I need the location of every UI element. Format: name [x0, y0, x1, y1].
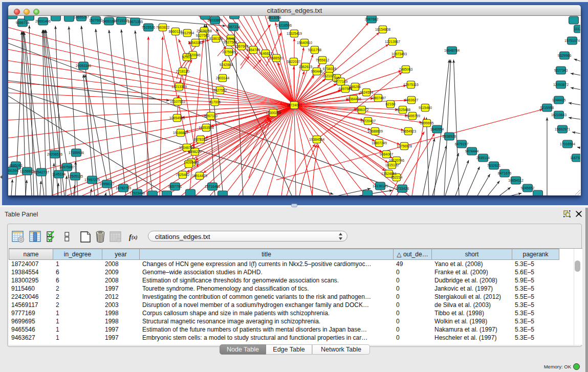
svg-text:8186328: 8186328: [209, 37, 223, 40]
svg-text:8878352: 8878352: [194, 138, 208, 141]
svg-text:11156829: 11156829: [19, 169, 34, 173]
svg-text:9311758: 9311758: [308, 48, 321, 52]
svg-text:10654985: 10654985: [169, 116, 185, 120]
svg-text:9242848: 9242848: [220, 63, 233, 67]
svg-text:62160: 62160: [386, 102, 396, 106]
svg-text:12942737: 12942737: [34, 170, 49, 174]
svg-text:2087682: 2087682: [365, 17, 379, 21]
svg-text:7632621: 7632621: [487, 164, 501, 167]
svg-text:16543382: 16543382: [188, 41, 203, 45]
svg-text:4685061: 4685061: [9, 164, 23, 167]
svg-text:5822037: 5822037: [287, 60, 301, 63]
svg-text:5498222: 5498222: [188, 150, 202, 154]
svg-text:9463627: 9463627: [405, 98, 419, 102]
svg-text:7515526: 7515526: [142, 26, 156, 29]
svg-text:13524851: 13524851: [381, 172, 397, 176]
svg-text:1362615: 1362615: [299, 65, 313, 69]
svg-text:14099489: 14099489: [184, 161, 199, 164]
svg-text:12213967: 12213967: [385, 40, 400, 43]
svg-text:1640954: 1640954: [430, 127, 444, 131]
svg-text:16107553: 16107553: [170, 100, 185, 103]
svg-text:7357224: 7357224: [227, 25, 241, 29]
svg-text:9327503: 9327503: [196, 34, 210, 37]
svg-text:92901: 92901: [182, 55, 192, 59]
svg-text:20364436: 20364436: [346, 97, 361, 101]
svg-text:12213389: 12213389: [171, 85, 187, 89]
svg-text:8471676: 8471676: [498, 171, 512, 175]
svg-text:252214: 252214: [391, 176, 403, 179]
svg-text:6479197: 6479197: [455, 142, 469, 146]
svg-text:13325419: 13325419: [287, 32, 302, 35]
svg-text:15751074: 15751074: [564, 39, 580, 42]
svg-text:12923448: 12923448: [129, 191, 145, 195]
svg-text:9055714: 9055714: [16, 21, 30, 25]
svg-text:15640910: 15640910: [297, 41, 312, 45]
svg-text:7986372: 7986372: [355, 108, 369, 112]
svg-text:14136141: 14136141: [373, 184, 388, 188]
svg-text:16120746: 16120746: [389, 159, 404, 162]
svg-text:9777169: 9777169: [334, 80, 348, 83]
svg-text:9657791: 9657791: [168, 185, 182, 188]
svg-text:9146821: 9146821: [259, 52, 273, 55]
svg-text:391594: 391594: [8, 169, 19, 172]
svg-text:16648784: 16648784: [444, 49, 460, 52]
svg-text:20053346: 20053346: [76, 64, 91, 68]
svg-text:16154808: 16154808: [375, 28, 390, 31]
svg-text:12975115: 12975115: [403, 83, 419, 86]
svg-text:1588520: 1588520: [270, 56, 284, 60]
svg-text:9245652: 9245652: [521, 186, 535, 190]
svg-text:10688609: 10688609: [367, 129, 383, 133]
svg-text:18807249: 18807249: [372, 141, 387, 145]
svg-text:9527508: 9527508: [224, 40, 237, 44]
svg-text:3375685: 3375685: [222, 50, 236, 54]
svg-text:16495759: 16495759: [405, 114, 420, 118]
svg-text:18724007: 18724007: [287, 103, 302, 107]
svg-text:10958117: 10958117: [99, 182, 115, 186]
svg-text:15720407: 15720407: [360, 119, 376, 123]
svg-text:10025488: 10025488: [395, 108, 410, 112]
svg-text:2718120: 2718120: [176, 70, 190, 73]
svg-text:10046756: 10046756: [179, 146, 194, 149]
svg-text:10654112: 10654112: [508, 179, 524, 182]
svg-text:9227343: 9227343: [554, 69, 568, 72]
svg-text:9115460: 9115460: [419, 106, 432, 110]
svg-text:19654923: 19654923: [401, 129, 416, 133]
svg-text:2803144: 2803144: [216, 76, 230, 80]
svg-text:9084067: 9084067: [380, 152, 394, 156]
svg-text:19384554: 19384554: [309, 138, 324, 141]
svg-text:9329966: 9329966: [558, 54, 572, 57]
svg-text:2367608: 2367608: [235, 45, 249, 48]
svg-text:18300295: 18300295: [266, 111, 281, 115]
svg-text:8267110: 8267110: [204, 114, 217, 118]
svg-text:5215958: 5215958: [540, 106, 554, 110]
svg-text:7625402: 7625402: [176, 173, 190, 177]
svg-text:10756928: 10756928: [397, 144, 412, 148]
svg-text:12093872: 12093872: [553, 83, 569, 86]
svg-text:19166827: 19166827: [173, 131, 188, 135]
svg-text:11353594: 11353594: [199, 126, 214, 129]
svg-text:990448: 990448: [311, 70, 323, 73]
svg-text:8938928: 8938928: [443, 135, 456, 138]
svg-text:3624554: 3624554: [360, 91, 374, 94]
svg-text:1615132: 1615132: [385, 163, 399, 167]
svg-text:417006: 417006: [209, 100, 221, 104]
svg-text:8813054: 8813054: [268, 16, 281, 19]
svg-text:16033809: 16033809: [207, 18, 223, 22]
svg-text:8454749: 8454749: [247, 48, 260, 52]
svg-text:10975887: 10975887: [59, 165, 75, 169]
svg-text:15692971: 15692971: [555, 127, 570, 131]
svg-text:7485063: 7485063: [399, 68, 413, 71]
svg-text:8427552: 8427552: [213, 89, 227, 92]
svg-text:1167534: 1167534: [570, 156, 580, 160]
svg-text:1145194: 1145194: [52, 172, 66, 176]
svg-text:19218506: 19218506: [276, 24, 292, 27]
svg-text:16210643: 16210643: [551, 113, 567, 117]
svg-text:7663822: 7663822: [156, 26, 170, 29]
svg-text:1244415: 1244415: [552, 98, 566, 102]
svg-text:9474444: 9474444: [465, 149, 479, 153]
svg-text:20206576: 20206576: [47, 152, 62, 156]
svg-text:1733426: 1733426: [396, 187, 409, 190]
svg-text:25226058: 25226058: [197, 29, 212, 33]
svg-text:6899695: 6899695: [420, 121, 434, 125]
svg-text:2935114: 2935114: [476, 156, 490, 160]
